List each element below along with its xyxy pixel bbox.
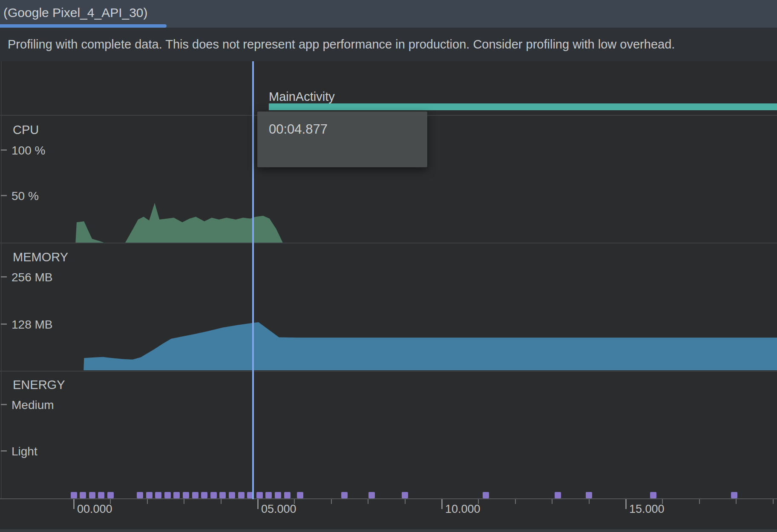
memory-tick-dash [1, 276, 7, 277]
time-axis-minor-tick [405, 499, 406, 504]
time-axis-minor-tick [478, 499, 479, 504]
energy-event-marker[interactable] [256, 492, 263, 498]
time-axis-label: 05.000 [261, 503, 296, 516]
time-tooltip: 00:04.877 [257, 112, 427, 167]
memory-section-title: MEMORY [13, 250, 68, 264]
session-tab[interactable]: (Google Pixel_4_API_30) [3, 6, 148, 20]
energy-event-marker[interactable] [229, 492, 235, 498]
memory-tick-label-128: 128 MB [12, 318, 53, 332]
cpu-tick-label-100: 100 % [12, 144, 45, 157]
time-axis-minor-tick [294, 499, 295, 504]
time-axis-minor-tick [184, 499, 184, 504]
time-axis-minor-tick [773, 499, 774, 504]
time-axis-major-tick [625, 499, 627, 509]
memory-area-series [83, 322, 777, 370]
time-axis-minor-tick [736, 499, 737, 504]
energy-event-marker[interactable] [173, 492, 180, 498]
profiling-warning-text: Profiling with complete data. This does … [8, 28, 675, 61]
energy-tick-dash [1, 450, 7, 452]
energy-event-marker[interactable] [183, 492, 189, 498]
energy-event-marker[interactable] [98, 492, 104, 498]
energy-event-marker[interactable] [107, 492, 114, 498]
energy-event-marker[interactable] [650, 492, 656, 498]
time-axis-label: 00.000 [77, 503, 112, 516]
time-axis-minor-tick [147, 499, 148, 504]
time-axis-line [0, 498, 777, 499]
time-axis-label: 10.000 [445, 503, 481, 516]
cpu-tick-dash [1, 195, 7, 196]
energy-event-marker[interactable] [89, 492, 95, 498]
energy-event-marker[interactable] [731, 492, 737, 498]
cpu-area-series [75, 203, 283, 243]
session-tab-active-underline [0, 24, 167, 28]
energy-event-marker[interactable] [265, 492, 272, 498]
memory-tick-label-256: 256 MB [12, 271, 53, 284]
energy-event-marker[interactable] [146, 492, 153, 498]
time-axis-minor-tick [699, 499, 700, 504]
energy-event-marker[interactable] [201, 492, 207, 498]
activity-span-bar[interactable] [269, 103, 777, 110]
energy-tick-dash [1, 404, 7, 405]
energy-event-marker[interactable] [210, 492, 217, 498]
energy-event-marker[interactable] [219, 492, 226, 498]
energy-event-marker[interactable] [586, 492, 592, 498]
energy-event-marker[interactable] [284, 492, 291, 498]
session-tab-strip: (Google Pixel_4_API_30) [0, 0, 777, 28]
energy-event-marker[interactable] [275, 492, 281, 498]
energy-tick-label-light: Light [12, 445, 37, 458]
cpu-tick-label-50: 50 % [12, 189, 39, 203]
time-axis-minor-tick [552, 499, 553, 504]
energy-event-marker[interactable] [483, 492, 489, 498]
time-axis-minor-tick [331, 499, 332, 504]
energy-event-marker[interactable] [192, 492, 199, 498]
timeline-cursor[interactable] [252, 61, 254, 499]
energy-event-marker[interactable] [402, 492, 408, 498]
energy-event-marker[interactable] [164, 492, 171, 498]
energy-event-marker[interactable] [238, 492, 245, 498]
time-axis-minor-tick [368, 499, 368, 504]
cpu-tick-dash [1, 149, 7, 151]
energy-event-marker[interactable] [71, 492, 77, 498]
time-axis-label: 15.000 [629, 503, 665, 516]
cpu-section-title: CPU [13, 123, 39, 137]
energy-section-title: ENERGY [13, 378, 65, 392]
profiler-window: (Google Pixel_4_API_30) Profiling with c… [0, 0, 777, 532]
time-axis-minor-tick [221, 499, 222, 504]
time-axis-minor-tick [515, 499, 516, 504]
energy-event-marker[interactable] [555, 492, 561, 498]
memory-tick-dash [1, 323, 7, 325]
energy-event-marker[interactable] [341, 492, 348, 498]
time-axis-minor-tick [110, 499, 111, 504]
memory-usage-chart[interactable] [0, 243, 777, 371]
time-tooltip-value: 00:04.877 [269, 122, 328, 137]
profiling-warning-banner: Profiling with complete data. This does … [0, 28, 777, 61]
time-axis-major-tick [441, 499, 443, 509]
time-axis-major-tick [257, 499, 259, 509]
panel-bottom-strip [0, 529, 777, 532]
energy-event-marker[interactable] [80, 492, 86, 498]
time-axis-minor-tick [589, 499, 590, 504]
energy-tick-label-medium: Medium [12, 398, 54, 412]
energy-event-marker[interactable] [297, 492, 303, 498]
time-axis-major-tick [73, 499, 75, 509]
horizontal-scrollbar-track[interactable] [0, 517, 777, 528]
time-axis-minor-tick [662, 499, 663, 504]
energy-event-marker[interactable] [137, 492, 143, 498]
activity-name-label: MainActivity [269, 90, 335, 104]
energy-event-marker[interactable] [155, 492, 161, 498]
energy-event-marker[interactable] [368, 492, 375, 498]
